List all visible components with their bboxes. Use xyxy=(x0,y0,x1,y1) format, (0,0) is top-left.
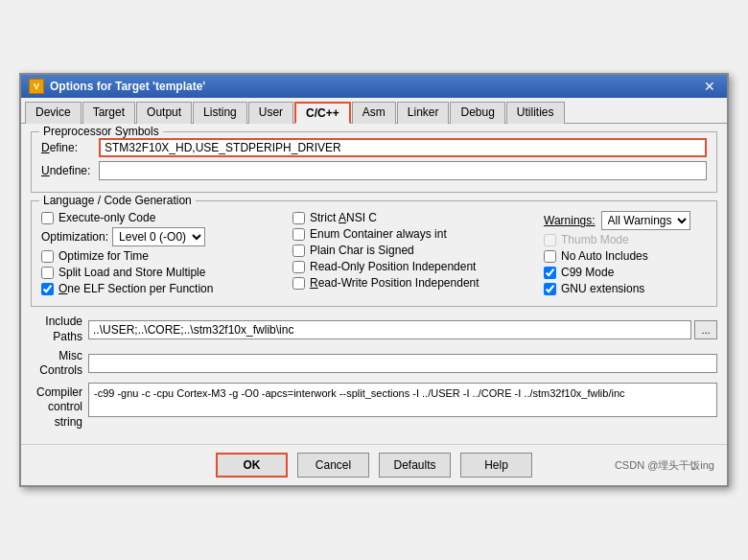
compiler-control-value: -c99 -gnu -c -cpu Cortex-M3 -g -O0 -apcs… xyxy=(88,383,717,417)
one-elf-row: One ELF Section per Function xyxy=(41,282,283,295)
include-paths-browse-button[interactable]: ... xyxy=(694,320,717,339)
enum-container-label: Enum Container always int xyxy=(310,227,447,241)
define-label: Define: xyxy=(41,141,99,154)
read-only-label: Read-Only Position Independent xyxy=(310,260,476,273)
c99-mode-row: C99 Mode xyxy=(544,266,707,279)
title-bar-left: V Options for Target 'template' xyxy=(29,79,205,94)
warnings-select[interactable]: All Warnings xyxy=(601,211,690,230)
language-group-label: Language / Code Generation xyxy=(39,194,196,207)
language-group: Language / Code Generation Execute-only … xyxy=(31,200,717,307)
include-paths-input[interactable] xyxy=(88,320,691,339)
tab-linker[interactable]: Linker xyxy=(397,102,450,124)
strict-ansi-row: Strict ANSI C xyxy=(292,211,534,224)
misc-controls-input[interactable] xyxy=(88,354,717,373)
no-auto-includes-label: No Auto Includes xyxy=(561,249,648,263)
thumb-mode-label: Thumb Mode xyxy=(561,233,629,246)
read-only-checkbox[interactable] xyxy=(292,261,305,273)
read-only-row: Read-Only Position Independent xyxy=(292,260,534,273)
define-row: Define: xyxy=(41,138,707,157)
help-button[interactable]: Help xyxy=(460,453,532,478)
defaults-button[interactable]: Defaults xyxy=(379,453,451,478)
thumb-mode-checkbox[interactable] xyxy=(544,234,556,246)
ok-button[interactable]: OK xyxy=(216,453,288,478)
misc-controls-label: Misc Controls xyxy=(31,349,88,379)
enum-container-row: Enum Container always int xyxy=(292,227,534,241)
define-input[interactable] xyxy=(99,138,707,157)
plain-char-label: Plain Char is Signed xyxy=(310,244,414,257)
lang-col-left: Execute-only Code Optimization: Level 0 … xyxy=(41,211,283,298)
cancel-button[interactable]: Cancel xyxy=(297,453,369,478)
undefine-input[interactable] xyxy=(99,161,707,180)
read-write-label: Read-Write Position Independent xyxy=(310,276,479,290)
tab-cpp[interactable]: C/C++ xyxy=(294,102,351,124)
optimize-time-row: Optimize for Time xyxy=(41,249,283,263)
tab-user[interactable]: User xyxy=(248,102,293,124)
lang-col-right: Warnings: All Warnings Thumb Mode No Aut… xyxy=(544,211,707,298)
warnings-row: Warnings: All Warnings xyxy=(544,211,707,230)
no-auto-includes-row: No Auto Includes xyxy=(544,249,707,263)
c99-mode-checkbox[interactable] xyxy=(544,267,556,279)
enum-container-checkbox[interactable] xyxy=(292,228,305,241)
optimization-select[interactable]: Level 0 (-O0) xyxy=(112,227,205,246)
preprocessor-group-label: Preprocessor Symbols xyxy=(39,125,163,138)
undefine-row: Undefine: xyxy=(41,161,707,180)
tab-device[interactable]: Device xyxy=(25,102,82,124)
app-icon: V xyxy=(29,79,44,94)
thumb-mode-row: Thumb Mode xyxy=(544,233,707,246)
optimization-row: Optimization: Level 0 (-O0) xyxy=(41,227,283,246)
dialog-body: Preprocessor Symbols Define: Undefine: L… xyxy=(21,124,727,443)
compiler-control-wrapper: Compiler control string -c99 -gnu -c -cp… xyxy=(31,383,717,431)
split-load-row: Split Load and Store Multiple xyxy=(41,266,283,279)
dialog: V Options for Target 'template' ✕ Device… xyxy=(19,73,729,486)
close-button[interactable]: ✕ xyxy=(700,79,719,94)
split-load-label: Split Load and Store Multiple xyxy=(58,266,205,279)
include-paths-label: Include Paths xyxy=(31,315,88,344)
tab-listing[interactable]: Listing xyxy=(193,102,247,124)
one-elf-checkbox[interactable] xyxy=(41,283,54,295)
title-bar: V Options for Target 'template' ✕ xyxy=(21,75,727,98)
tab-utilities[interactable]: Utilities xyxy=(506,102,565,124)
strict-ansi-label: Strict ANSI C xyxy=(310,211,377,224)
execute-only-label: Execute-only Code xyxy=(58,211,155,224)
tab-asm[interactable]: Asm xyxy=(352,102,396,124)
gnu-extensions-checkbox[interactable] xyxy=(544,283,556,295)
optimization-label: Optimization: xyxy=(41,230,108,244)
compiler-control-label: Compiler control string xyxy=(31,383,88,431)
c99-mode-label: C99 Mode xyxy=(561,266,614,279)
footer: OK Cancel Defaults Help CSDN @埋头干饭ing xyxy=(21,444,727,485)
tab-bar: Device Target Output Listing User C/C++ … xyxy=(21,98,727,124)
read-write-checkbox[interactable] xyxy=(292,277,305,290)
optimize-time-checkbox[interactable] xyxy=(41,250,54,263)
execute-only-row: Execute-only Code xyxy=(41,211,283,224)
tab-debug[interactable]: Debug xyxy=(450,102,504,124)
include-paths-row: Include Paths ... xyxy=(31,315,717,344)
lang-col-mid: Strict ANSI C Enum Container always int … xyxy=(292,211,534,298)
dialog-title: Options for Target 'template' xyxy=(50,80,205,93)
preprocessor-group: Preprocessor Symbols Define: Undefine: xyxy=(31,131,717,193)
watermark: CSDN @埋头干饭ing xyxy=(612,457,717,474)
undefine-label: Undefine: xyxy=(41,164,99,177)
gnu-extensions-row: GNU extensions xyxy=(544,282,707,295)
misc-controls-row: Misc Controls xyxy=(31,349,717,379)
one-elf-label: One ELF Section per Function xyxy=(58,282,213,295)
execute-only-checkbox[interactable] xyxy=(41,212,54,224)
read-write-row: Read-Write Position Independent xyxy=(292,276,534,290)
optimize-time-label: Optimize for Time xyxy=(58,249,149,263)
split-load-checkbox[interactable] xyxy=(41,267,54,279)
warnings-label: Warnings: xyxy=(544,214,596,227)
plain-char-checkbox[interactable] xyxy=(292,245,305,257)
tab-output[interactable]: Output xyxy=(136,102,192,124)
gnu-extensions-label: GNU extensions xyxy=(561,282,644,295)
strict-ansi-checkbox[interactable] xyxy=(292,212,305,224)
no-auto-includes-checkbox[interactable] xyxy=(544,250,556,263)
tab-target[interactable]: Target xyxy=(82,102,135,124)
plain-char-row: Plain Char is Signed xyxy=(292,244,534,257)
